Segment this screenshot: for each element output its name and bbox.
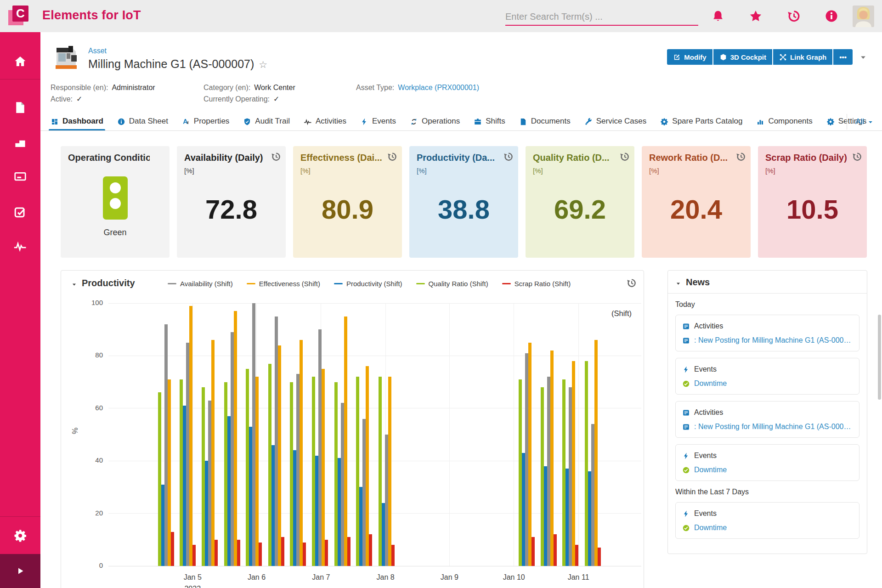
chart-history-icon[interactable] (626, 278, 636, 288)
bar-cluster-jan-10-shift-1[interactable] (519, 343, 535, 566)
sidebar-item-dashboards[interactable] (0, 164, 40, 189)
sidebar-item-home[interactable] (0, 49, 40, 74)
favorites-star-icon[interactable] (749, 9, 763, 23)
news-card-events[interactable]: Events Downtime (675, 502, 859, 539)
tab-shifts[interactable]: Shifts (474, 113, 505, 130)
history-icon[interactable] (786, 9, 800, 23)
more-actions-button[interactable]: ••• (833, 49, 853, 65)
bar-cluster-jan-6-shift-1[interactable] (224, 311, 240, 566)
bar-scrap-ratio (303, 543, 306, 566)
news-link[interactable]: : New Posting for Milling Machine G1 (AS… (694, 423, 853, 431)
news-card-activities[interactable]: Activities : New Posting for Milling Mac… (675, 315, 859, 351)
kpi-unit: [%] (417, 167, 511, 175)
news-card-activities[interactable]: Activities : New Posting for Milling Mac… (675, 401, 859, 438)
bar-scrap-ratio (598, 548, 601, 566)
activities-icon (682, 408, 690, 416)
sidebar-item-settings[interactable] (0, 523, 40, 548)
bar-cluster-jan-6-shift-2[interactable] (246, 303, 262, 566)
bar-scrap-ratio (237, 540, 240, 566)
3d-cockpit-button[interactable]: 3D Cockpit (713, 49, 772, 65)
tab-dashboard[interactable]: Dashboard (51, 113, 103, 130)
modify-button[interactable]: Modify (667, 49, 712, 65)
link-graph-button[interactable]: Link Graph (773, 49, 832, 65)
news-link[interactable]: Downtime (694, 524, 727, 532)
asset-type-link[interactable]: Workplace (PRX000001) (398, 82, 479, 93)
tab-spare-parts-catalog[interactable]: Spare Parts Catalog (660, 113, 742, 130)
sidebar-item-documents[interactable] (0, 95, 40, 120)
tab-activities[interactable]: Activities (304, 113, 346, 130)
user-avatar[interactable] (853, 6, 874, 27)
tab-data-sheet[interactable]: Data Sheet (117, 113, 168, 130)
bar-quality-ratio (180, 379, 183, 566)
bar-effectiveness (528, 343, 531, 566)
search-input[interactable] (505, 9, 698, 24)
chevron-down-icon (675, 279, 681, 285)
info-icon[interactable] (825, 9, 838, 23)
bar-productivity (183, 406, 186, 566)
news-card-events[interactable]: Events Downtime (675, 358, 859, 395)
scrollbar-thumb[interactable] (878, 315, 881, 400)
bar-cluster-jan-6-shift-3[interactable] (268, 317, 284, 566)
kpi-unit: [%] (300, 167, 395, 175)
bar-cluster-jan-11-shift-1[interactable] (562, 361, 578, 566)
tab-filter-all[interactable]: All (847, 114, 874, 130)
legend-item-productivity[interactable]: Productivity (Shift) (334, 280, 402, 288)
app-title: Elements for IoT (42, 8, 141, 23)
news-title: News (686, 277, 710, 288)
news-link[interactable]: : New Posting for Milling Machine G1 (AS… (694, 336, 853, 345)
bar-cluster-jan-8-shift-1[interactable] (356, 366, 372, 566)
bar-cluster-jan-11-shift-2[interactable] (585, 340, 601, 566)
bar-cluster-jan-5-shift-3[interactable] (202, 340, 218, 566)
tab-events[interactable]: Events (360, 113, 396, 130)
app-logo[interactable]: C (8, 5, 34, 28)
legend-swatch (247, 283, 255, 284)
notifications-bell-icon[interactable] (711, 9, 725, 23)
bar-cluster-jan-7-shift-1[interactable] (290, 340, 306, 566)
news-collapse-toggle[interactable]: News (675, 277, 859, 288)
posting-icon (682, 336, 690, 344)
news-link[interactable]: Downtime (694, 466, 727, 474)
sidebar-expand-button[interactable] (0, 554, 40, 588)
sidebar-item-components[interactable] (0, 130, 40, 155)
bar-scrap-ratio (171, 532, 174, 566)
chart-collapse-toggle[interactable]: Productivity (71, 278, 135, 288)
news-card-events[interactable]: Events Downtime (675, 444, 859, 481)
header-chevron-down-icon[interactable] (859, 53, 867, 61)
tab-documents[interactable]: Documents (519, 113, 571, 130)
bar-cluster-jan-5-shift-2[interactable] (180, 306, 196, 566)
kpi-unit: [%] (184, 167, 278, 175)
kpi-card-operating-condition: Operating Condition Green (61, 146, 170, 258)
kpi-history-icon[interactable] (735, 152, 746, 162)
tab-operations[interactable]: Operations (410, 113, 460, 130)
global-search[interactable] (505, 9, 698, 26)
tab-components[interactable]: Components (756, 113, 812, 130)
bar-cluster-jan-5-shift-1[interactable] (158, 324, 174, 566)
tab-service-cases[interactable]: Service Cases (584, 113, 647, 130)
sidebar-item-monitoring[interactable] (0, 233, 40, 259)
tab-properties[interactable]: Properties (182, 113, 229, 130)
legend-item-availability[interactable]: Availability (Shift) (168, 280, 233, 288)
breadcrumb-asset[interactable]: Asset (88, 47, 107, 55)
bar-quality-ratio (312, 377, 315, 566)
bar-availability (318, 329, 322, 566)
favorite-star-toggle[interactable]: ☆ (259, 59, 267, 70)
kpi-history-icon[interactable] (503, 152, 513, 162)
legend-item-scrap-ratio[interactable]: Scrap Ratio (Shift) (502, 280, 571, 288)
bar-availability (275, 317, 278, 566)
bar-cluster-jan-10-shift-2[interactable] (541, 351, 557, 566)
legend-item-quality-ratio[interactable]: Quality Ratio (Shift) (416, 280, 488, 288)
bar-quality-ratio (379, 377, 382, 566)
tab-audit-trail[interactable]: Audit Trail (243, 113, 290, 130)
kpi-history-icon[interactable] (387, 152, 397, 162)
sidebar-divider (0, 79, 40, 79)
kpi-history-icon[interactable] (852, 152, 862, 162)
bar-cluster-jan-8-shift-2[interactable] (379, 377, 395, 566)
kpi-history-icon[interactable] (619, 152, 629, 162)
tab-bar-divider (40, 130, 882, 131)
legend-item-effectiveness[interactable]: Effectiveness (Shift) (247, 280, 320, 288)
sidebar-item-tasks[interactable] (0, 199, 40, 225)
kpi-history-icon[interactable] (271, 152, 281, 162)
bar-cluster-jan-7-shift-2[interactable] (312, 329, 328, 566)
news-link[interactable]: Downtime (694, 379, 727, 388)
bar-cluster-jan-7-shift-3[interactable] (334, 317, 351, 566)
